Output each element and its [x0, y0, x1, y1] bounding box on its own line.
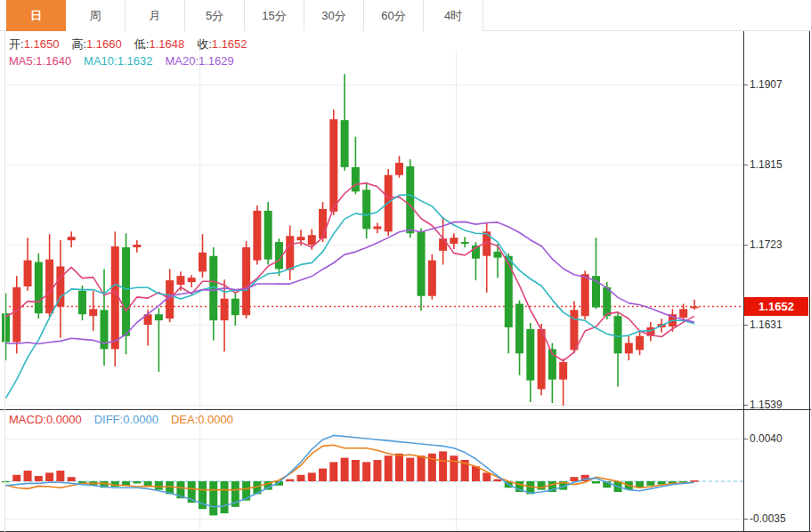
ma-item: MA20:1.1629: [165, 54, 233, 68]
candle-body: [253, 211, 261, 261]
candle-body: [111, 246, 119, 349]
candle-body: [319, 209, 327, 238]
macd-bar: [483, 472, 491, 481]
axis-tick-label: 1.1631: [750, 318, 783, 331]
candle-body: [155, 314, 163, 320]
candle-body: [570, 310, 578, 350]
macd-bar: [12, 475, 20, 481]
dea-line: [6, 445, 695, 489]
macd-bar: [35, 476, 43, 481]
macd-bar: [373, 460, 381, 481]
diff-line: [6, 435, 695, 506]
candle-body: [231, 299, 239, 316]
axis-tick-label: -0.0035: [750, 512, 786, 525]
ohlc-item: 开:1.1650: [9, 37, 59, 51]
candle-body: [625, 343, 633, 354]
tab-60min[interactable]: 60分: [364, 0, 424, 31]
macd-bar: [297, 475, 305, 481]
macd-bar: [221, 481, 229, 513]
tab-day[interactable]: 日: [6, 0, 66, 31]
candle-body: [603, 287, 611, 316]
candle-body: [636, 336, 644, 351]
candle-body: [56, 266, 64, 306]
macd-bar: [472, 466, 480, 481]
macd-bar: [2, 481, 10, 482]
macd-bar: [341, 458, 349, 481]
macd-bar: [209, 481, 217, 515]
macd-bar: [68, 477, 76, 481]
macd-bar: [450, 455, 458, 481]
candle-body: [199, 253, 207, 272]
candle-body: [538, 329, 546, 390]
axis-tick-label: 1.1539: [750, 399, 783, 411]
candle-body: [691, 306, 699, 308]
candle-body: [352, 167, 360, 191]
axis-tick-label: 1.1815: [750, 158, 783, 171]
candle-body: [286, 236, 294, 270]
candle-body: [45, 260, 53, 314]
macd-bar: [570, 477, 578, 481]
ohlc-item: 高:1.1660: [71, 37, 121, 51]
candle-body: [581, 274, 589, 316]
macd-bar: [308, 472, 316, 481]
candle-body: [35, 262, 43, 314]
macd-bar: [385, 455, 393, 481]
candle-body: [176, 276, 184, 285]
macd-bar: [362, 462, 370, 481]
macd-bar: [286, 480, 294, 481]
tab-week[interactable]: 周: [66, 0, 126, 31]
ohlc-readout: 开:1.1650高:1.1660低:1.1648收:1.1652: [9, 36, 260, 52]
candle-body: [505, 256, 513, 327]
macd-bar: [406, 458, 414, 481]
ma5-line: [6, 183, 695, 361]
macd-bar: [592, 481, 600, 483]
tab-5min[interactable]: 5分: [185, 0, 245, 31]
ma10-line: [6, 195, 695, 399]
macd-bar: [418, 455, 426, 481]
macd-item: DEA:0.0000: [171, 413, 233, 426]
candle-body: [78, 291, 86, 314]
candle-body: [133, 245, 141, 247]
candle-body: [24, 261, 32, 286]
tab-4hour[interactable]: 4时: [424, 0, 483, 31]
tab-15min[interactable]: 15分: [245, 0, 304, 31]
ohlc-item: 收:1.1652: [197, 37, 247, 51]
chart-canvas[interactable]: [0, 0, 811, 532]
ma-item: MA5:1.1640: [9, 54, 71, 68]
macd-bar: [395, 454, 403, 481]
macd-bar: [646, 481, 654, 486]
candle-body: [2, 313, 10, 342]
macd-bar: [319, 469, 327, 481]
macd-bar: [691, 480, 699, 482]
candle-body: [221, 299, 229, 320]
macd-bar: [24, 471, 32, 481]
candle-body: [122, 247, 130, 336]
candle-body: [297, 237, 305, 240]
tab-month[interactable]: 月: [126, 0, 185, 31]
candle-body: [188, 278, 196, 282]
macd-bar: [155, 481, 163, 490]
candle-body: [418, 231, 426, 295]
axis-tick-label: 1.1907: [750, 78, 783, 91]
candle-body: [515, 304, 523, 354]
axis-tick-label: 1.1723: [750, 238, 783, 251]
candle-body: [308, 235, 316, 245]
macd-bar: [494, 480, 502, 481]
macd-bar: [439, 451, 447, 481]
tab-30min[interactable]: 30分: [304, 0, 364, 31]
ma-readout: MA5:1.1640MA10:1.1632MA20:1.1629: [9, 54, 247, 68]
ma-item: MA10:1.1632: [84, 54, 152, 68]
candle-body: [341, 120, 349, 167]
macd-bar: [538, 481, 546, 490]
candle-body: [428, 261, 436, 296]
macd-item: DIFF:0.0000: [94, 413, 158, 426]
macd-bar: [45, 472, 53, 481]
macd-item: MACD:0.0000: [9, 413, 82, 426]
candle-body: [494, 252, 502, 258]
candle-body: [614, 316, 622, 353]
candle-body: [439, 238, 447, 251]
candle-body: [373, 226, 381, 229]
candle-body: [461, 242, 469, 244]
candle-body: [89, 309, 97, 316]
macd-bar: [329, 462, 337, 481]
